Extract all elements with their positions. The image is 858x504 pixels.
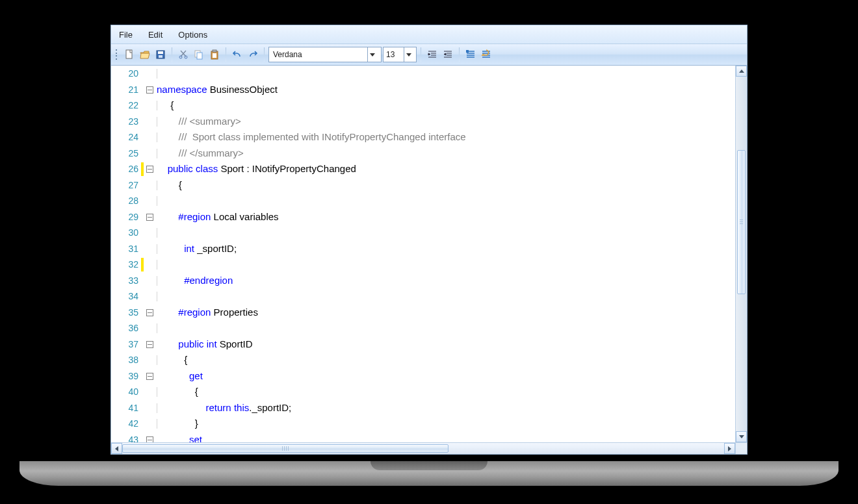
code-line[interactable]: 43 set (111, 432, 735, 443)
fold-collapse-icon[interactable] (146, 86, 153, 94)
undo-button[interactable] (230, 47, 244, 62)
toolbar-separator (226, 47, 226, 62)
comment-lines-icon (465, 49, 476, 60)
line-number: 36 (111, 320, 141, 336)
line-number: 21 (111, 82, 141, 98)
toolbar-grip[interactable] (115, 47, 119, 62)
undo-icon (232, 49, 242, 60)
code-content: #region Properties (155, 305, 258, 321)
code-line[interactable]: 40⎸ { (111, 384, 735, 400)
code-line[interactable]: 29 #region Local variables (111, 209, 735, 225)
line-number: 43 (111, 432, 141, 443)
line-number: 24 (111, 129, 141, 145)
code-line[interactable]: 30⎸ (111, 225, 735, 241)
toolbar-separator (264, 47, 265, 62)
cut-icon (178, 49, 188, 60)
outdent-button[interactable] (441, 47, 455, 62)
code-line[interactable]: 24⎸ /// Sport class implemented with INo… (111, 129, 735, 145)
code-line[interactable]: 28⎸ (111, 193, 735, 209)
code-content: ⎸ (155, 320, 165, 336)
code-line[interactable]: 34⎸ (111, 288, 735, 305)
code-line[interactable]: 33⎸ #endregion (111, 273, 735, 289)
line-number: 32 (111, 257, 141, 273)
code-content: ⎸ (155, 193, 165, 209)
scroll-right-button[interactable] (724, 443, 735, 454)
line-number: 27 (111, 177, 141, 194)
cut-button[interactable] (176, 47, 190, 62)
code-content: ⎸ (155, 288, 165, 305)
toolbar-separator (459, 47, 460, 62)
svg-rect-2 (158, 51, 163, 54)
code-content: ⎸ #endregion (155, 273, 233, 289)
code-line[interactable]: 36⎸ (111, 320, 735, 336)
svg-rect-10 (213, 53, 216, 58)
vertical-scroll-thumb[interactable] (737, 150, 746, 294)
code-line[interactable]: 41⎸ return this._sportID; (111, 400, 735, 416)
code-line[interactable]: 25⎸ /// </summary> (111, 145, 735, 162)
fold-collapse-icon[interactable] (146, 166, 153, 173)
gutter-marks (141, 129, 155, 145)
new-file-button[interactable] (122, 47, 136, 62)
horizontal-scrollbar[interactable] (111, 442, 735, 454)
copy-button[interactable] (192, 47, 206, 62)
editor-body: 20⎸21namespace BusinessObject22⎸ {23⎸ //… (111, 66, 747, 442)
vertical-scrollbar[interactable] (735, 66, 747, 442)
code-line[interactable]: 32⎸ (111, 257, 735, 273)
menu-file[interactable]: File (111, 25, 140, 44)
comment-button[interactable] (463, 47, 478, 62)
redo-button[interactable] (246, 47, 260, 62)
code-line[interactable]: 26 public class Sport : INotifyPropertyC… (111, 161, 735, 177)
code-line[interactable]: 42⎸ } (111, 416, 735, 432)
code-line[interactable]: 38⎸ { (111, 352, 735, 368)
fold-collapse-icon[interactable] (146, 341, 153, 348)
line-number: 38 (111, 352, 141, 368)
uncomment-button[interactable] (479, 47, 493, 62)
dropdown-icon (404, 47, 413, 62)
gutter-marks (141, 288, 155, 305)
code-line[interactable]: 20⎸ (111, 66, 735, 82)
scroll-left-button[interactable] (111, 443, 122, 454)
code-line[interactable]: 27⎸ { (111, 177, 735, 194)
line-number: 23 (111, 114, 141, 130)
code-content: namespace BusinessObject (155, 82, 278, 98)
code-line[interactable]: 23⎸ /// <summary> (111, 114, 735, 130)
code-line[interactable]: 35 #region Properties (111, 305, 735, 321)
gutter-marks (141, 257, 155, 273)
code-line[interactable]: 22⎸ { (111, 97, 735, 114)
menu-options[interactable]: Options (170, 25, 215, 44)
gutter-marks (141, 209, 155, 225)
indent-button[interactable] (425, 47, 439, 62)
menubar: File Edit Options (111, 25, 747, 44)
code-content: ⎸ { (155, 352, 187, 368)
code-content: ⎸ return this._sportID; (155, 400, 291, 416)
fold-collapse-icon[interactable] (146, 214, 153, 221)
gutter-marks (141, 416, 155, 432)
font-family-select[interactable]: Verdana (268, 47, 382, 62)
paste-button[interactable] (207, 47, 222, 62)
device-frame: File Edit Options (98, 0, 760, 468)
gutter-marks (141, 273, 155, 289)
code-area[interactable]: 20⎸21namespace BusinessObject22⎸ {23⎸ //… (111, 66, 735, 442)
font-size-select[interactable]: 13 (383, 47, 417, 62)
code-line[interactable]: 31⎸ int _sportID; (111, 241, 735, 257)
scroll-up-button[interactable] (736, 66, 747, 77)
code-line[interactable]: 39 get (111, 368, 735, 384)
app-window: File Edit Options (110, 25, 748, 455)
horizontal-scroll-thumb[interactable] (122, 444, 448, 453)
open-button[interactable] (138, 47, 152, 62)
save-button[interactable] (153, 47, 168, 62)
gutter-marks (141, 432, 155, 443)
menu-edit[interactable]: Edit (140, 25, 170, 44)
editor: 20⎸21namespace BusinessObject22⎸ {23⎸ //… (111, 66, 747, 442)
save-icon (155, 49, 166, 60)
code-line[interactable]: 21namespace BusinessObject (111, 82, 735, 98)
gutter-marks (141, 352, 155, 368)
fold-collapse-icon[interactable] (146, 373, 153, 380)
horizontal-scroll-track[interactable] (122, 443, 724, 454)
scroll-down-button[interactable] (736, 431, 747, 442)
fold-collapse-icon[interactable] (146, 309, 153, 316)
indent-icon (427, 49, 437, 60)
fold-collapse-icon[interactable] (146, 436, 153, 443)
code-line[interactable]: 37 public int SportID (111, 336, 735, 353)
copy-icon (194, 49, 204, 60)
